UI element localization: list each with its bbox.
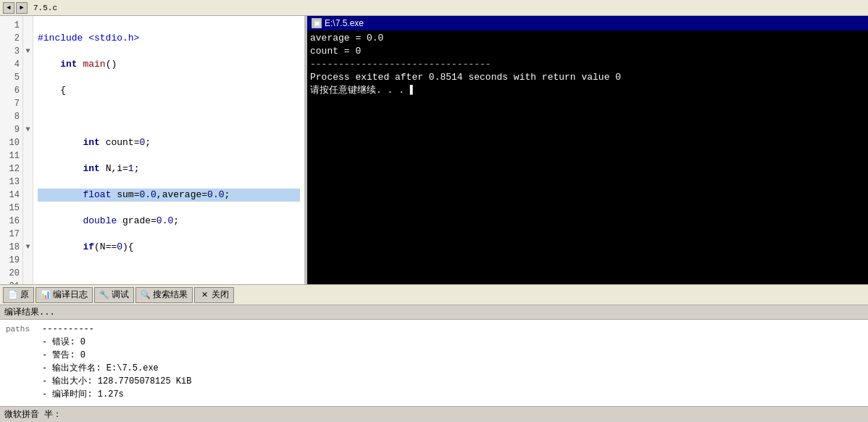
compile-line: - 输出大小: 128.7705078125 KiB: [42, 375, 862, 388]
compile-sidebar: paths: [6, 323, 42, 403]
compile-line: ----------: [42, 323, 862, 336]
code-line: int main(): [38, 58, 300, 71]
code-line: [38, 110, 300, 123]
debug-label: 调试: [112, 289, 129, 301]
bottom-toolbar: 📄 原 📊 编译日志 🔧 调试 🔍 搜索结果 ✕ 关闭: [0, 284, 868, 305]
code-content[interactable]: #include <stdio.h> int main() { int coun…: [33, 16, 304, 284]
console-panel: ▣ E:\7.5.exe average = 0.0 count = 0 ---…: [307, 16, 868, 284]
compile-log-button[interactable]: 📊 编译日志: [36, 287, 93, 303]
console-icon: ▣: [312, 18, 322, 28]
code-line: int N,i=1;: [38, 162, 300, 175]
compile-log-icon: 📊: [41, 290, 51, 300]
top-bar: ◄ ► 7.5.c: [0, 0, 868, 16]
code-line: double grade=0.0;: [38, 215, 300, 228]
console-line: 请按任意键继续. . . ▌: [310, 84, 865, 97]
source-icon: 📄: [8, 290, 18, 300]
compile-line: - 编译时间: 1.27s: [42, 388, 862, 401]
ime-bar: 微软拼音 半：: [0, 406, 868, 422]
console-line: Process exited after 0.8514 seconds with…: [310, 71, 865, 84]
compile-line: - 警告: 0: [42, 349, 862, 362]
search-icon: 🔍: [141, 290, 151, 300]
source-label: 原: [20, 289, 29, 301]
debug-icon: 🔧: [99, 290, 109, 300]
code-line: #include <stdio.h>: [38, 32, 300, 45]
compile-line: - 输出文件名: E:\7.5.exe: [42, 362, 862, 375]
nav-controls[interactable]: ◄ ►: [3, 2, 28, 14]
compile-header: 编译结果...: [0, 305, 868, 320]
console-title: E:\7.5.exe: [325, 17, 364, 30]
sidebar-paths-label: paths: [6, 323, 42, 336]
compile-header-label: 编译结果...: [4, 306, 55, 318]
console-line: --------------------------------: [310, 58, 865, 71]
console-titlebar: ▣ E:\7.5.exe: [307, 16, 868, 30]
fold-markers: ▼ ▼ ▼: [23, 16, 33, 284]
code-editor[interactable]: 12345 678910 1112131415 1617181920 21222…: [0, 16, 304, 284]
close-label: 关闭: [212, 289, 229, 301]
code-line: [38, 267, 300, 280]
close-icon: ✕: [199, 290, 209, 300]
compile-log-label: 编译日志: [53, 289, 88, 301]
compile-line: - 错误: 0: [42, 336, 862, 349]
filename-label: 7.5.c: [33, 4, 57, 12]
line-numbers: 12345 678910 1112131415 1617181920 21222…: [0, 16, 23, 284]
console-line: count = 0: [310, 45, 865, 58]
compile-content: paths ---------- - 错误: 0 - 警告: 0 - 输出文件名…: [0, 320, 868, 406]
compile-text: ---------- - 错误: 0 - 警告: 0 - 输出文件名: E:\7…: [42, 323, 862, 403]
source-button[interactable]: 📄 原: [3, 287, 34, 303]
ime-label: 微软拼音 半：: [4, 408, 62, 421]
nav-back-button[interactable]: ◄: [3, 2, 14, 14]
debug-button[interactable]: 🔧 调试: [94, 287, 134, 303]
code-line: float sum=0.0,average=0.0;: [38, 189, 300, 202]
search-results-label: 搜索结果: [153, 289, 188, 301]
code-line: if(N==0){: [38, 241, 300, 254]
code-line: int count=0;: [38, 136, 300, 149]
code-line: {: [38, 84, 300, 97]
main-content: 12345 678910 1112131415 1617181920 21222…: [0, 16, 868, 284]
close-panel-button[interactable]: ✕ 关闭: [194, 287, 234, 303]
code-panel: 12345 678910 1112131415 1617181920 21222…: [0, 16, 304, 284]
compile-panel: 编译结果... paths ---------- - 错误: 0 - 警告: 0…: [0, 305, 868, 406]
search-results-button[interactable]: 🔍 搜索结果: [135, 287, 193, 303]
console-line: average = 0.0: [310, 32, 865, 45]
nav-fwd-button[interactable]: ►: [16, 2, 28, 14]
console-output: average = 0.0 count = 0 ----------------…: [307, 30, 868, 284]
